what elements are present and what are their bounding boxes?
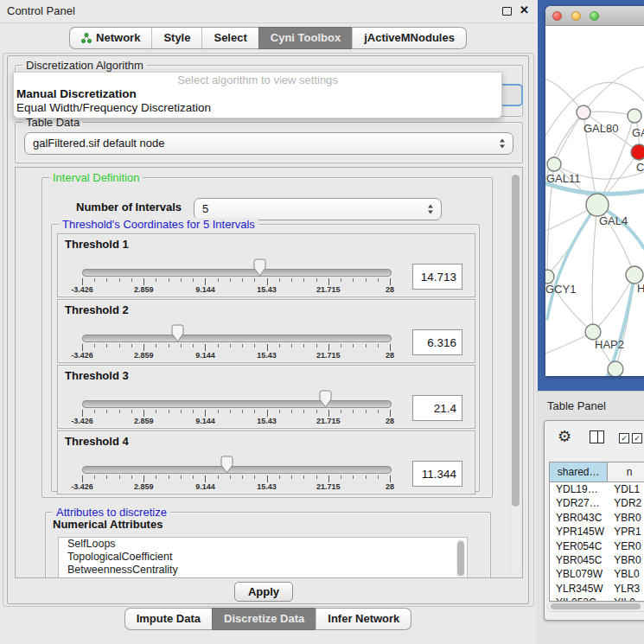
tick-mark — [341, 278, 341, 282]
tick-mark — [316, 344, 317, 348]
table-row[interactable]: YPR145WYPR1 — [550, 525, 644, 539]
tick-mark — [303, 344, 304, 348]
tick-mark — [242, 410, 243, 413]
settings-gear-icon[interactable]: ⚙ — [558, 427, 571, 446]
tick-mark — [119, 278, 120, 282]
network-node-GAL4[interactable] — [586, 194, 609, 216]
attribute-item-selfloops[interactable]: SelfLoops — [59, 538, 467, 551]
network-node-C[interactable] — [631, 144, 644, 160]
tick-mark — [131, 410, 132, 413]
tick-mark — [328, 344, 329, 351]
threshold-value-field[interactable]: 14.713 — [412, 264, 462, 290]
tick-mark — [242, 278, 243, 282]
threshold-box-1: Threshold 1-3.4262.8599.14415.4321.71528… — [57, 233, 475, 297]
zoom-traffic-light-icon[interactable] — [590, 11, 599, 21]
node-label: GAL4 — [599, 214, 628, 227]
tick-mark — [267, 278, 268, 285]
threshold-slider-track[interactable] — [82, 335, 392, 342]
tick-mark — [254, 410, 255, 413]
threshold-slider-track[interactable] — [82, 400, 392, 408]
bottom-tab-infer-network[interactable]: Infer Network — [316, 608, 411, 630]
tick-mark — [267, 344, 268, 351]
slider-thumb[interactable] — [318, 390, 333, 411]
tick-label: 21.715 — [309, 285, 348, 294]
threshold-slider-track[interactable] — [82, 466, 392, 474]
table-row[interactable]: YER054CYER0 — [550, 539, 644, 553]
tick-label: -3.426 — [63, 417, 101, 425]
table-cell: YPR1 — [608, 525, 644, 539]
slider-thumb[interactable] — [252, 258, 267, 279]
tick-mark — [291, 344, 292, 348]
network-node-partial[interactable] — [608, 361, 623, 376]
numerical-attributes-list[interactable]: SelfLoopsTopologicalCoefficientBetweenne… — [58, 537, 468, 578]
tick-label: 2.859 — [124, 351, 163, 360]
minimize-traffic-light-icon[interactable] — [571, 11, 581, 21]
column-header-1[interactable]: shared… — [550, 462, 608, 481]
algorithm-option-equal-width-frequency-discretization[interactable]: Equal Width/Frequency Discretization — [14, 101, 501, 115]
tick-mark — [366, 344, 367, 348]
table-hscrollbar-thumb[interactable] — [551, 603, 641, 609]
tick-mark — [106, 410, 107, 413]
close-traffic-light-icon[interactable] — [552, 11, 562, 21]
network-node-H[interactable] — [626, 266, 643, 284]
tick-mark — [316, 410, 317, 413]
bottom-tab-discretize-data[interactable]: Discretize Data — [212, 608, 316, 630]
network-edge — [554, 112, 583, 164]
slider-thumb[interactable] — [220, 456, 234, 476]
select-all-checkbox-icon[interactable]: ✓ — [619, 433, 629, 443]
attributes-list-scrollbar[interactable] — [456, 539, 465, 578]
network-node-GAL11[interactable] — [547, 157, 561, 171]
node-attribute-table[interactable]: shared…nYDL19…YDL1YDR27…YDR2YBR043CYBR0Y… — [549, 462, 644, 602]
tab-style[interactable]: Style — [151, 27, 201, 49]
select-none-checkbox-icon[interactable]: ✓ — [632, 433, 642, 443]
tab-jactivemnodules[interactable]: jActiveMNodules — [352, 27, 467, 49]
threshold-value-field[interactable]: 11.344 — [412, 461, 462, 487]
table-row[interactable]: YBR045CYBR0 — [550, 553, 644, 567]
tick-mark — [218, 475, 219, 479]
split-columns-icon[interactable] — [590, 430, 604, 443]
column-header-2[interactable]: n — [608, 462, 644, 481]
settings-scrollbar-thumb[interactable] — [512, 175, 520, 507]
numerical-attributes-label: Numerical Attributes — [53, 518, 163, 531]
node-label: GA — [632, 126, 644, 139]
algorithm-option-manual-discretization[interactable]: Manual Discretization — [14, 87, 501, 101]
table-row[interactable]: YDL19…YDL1 — [550, 482, 644, 496]
tab-label: Impute Data — [137, 609, 201, 629]
tab-network[interactable]: Network — [69, 27, 151, 49]
network-node-GAL80[interactable] — [577, 105, 590, 119]
threshold-slider-track[interactable] — [82, 269, 392, 277]
threshold-value-field[interactable]: 21.4 — [412, 395, 462, 421]
attribute-item-betweennesscentrality[interactable]: BetweennessCentrality — [59, 564, 467, 577]
network-node-GCY1[interactable] — [545, 270, 554, 284]
slider-thumb[interactable] — [170, 324, 185, 345]
algorithm-options-list: Manual DiscretizationEqual Width/Frequen… — [14, 87, 501, 115]
table-horizontal-scrollbar[interactable] — [547, 602, 644, 612]
settings-vertical-scrollbar[interactable] — [510, 169, 520, 574]
network-canvas[interactable]: GAL80GACGAL11GAL4GCY1HHAP2 — [545, 25, 644, 376]
algorithm-placeholder-option[interactable]: Select algorithm to view settings — [14, 73, 501, 87]
bottom-tab-impute-data[interactable]: Impute Data — [124, 608, 212, 630]
close-icon[interactable]: ✕ — [520, 3, 529, 16]
table-row[interactable]: YLR345WYLR3 — [550, 582, 644, 596]
attribute-item-topologicalcoefficient[interactable]: TopologicalCoefficient — [59, 551, 467, 564]
table-row[interactable]: YBR043CYBR0 — [550, 511, 644, 525]
apply-button[interactable]: Apply — [234, 582, 293, 602]
table-row[interactable]: YBL079WYBL0 — [550, 567, 644, 581]
table-row[interactable]: YIL052CYIL0 — [550, 596, 644, 602]
table-row[interactable]: YDR27…YDR2 — [550, 496, 644, 510]
float-window-icon[interactable] — [502, 7, 512, 16]
table-panel-title: Table Panel — [547, 399, 606, 412]
table-cell: YIL0 — [608, 596, 644, 602]
tick-mark — [390, 278, 391, 285]
network-node-GA[interactable] — [628, 109, 641, 123]
tick-mark — [353, 344, 354, 348]
table-data-combobox[interactable]: galFiltered.sif default node — [24, 132, 513, 155]
network-edge — [592, 205, 597, 332]
threshold-box-4: Threshold 4-3.4262.8599.14415.4321.71528… — [57, 430, 475, 494]
threshold-value-field[interactable]: 6.316 — [412, 329, 462, 355]
tick-mark — [82, 344, 83, 351]
attributes-scrollbar-thumb[interactable] — [457, 541, 464, 576]
tab-select[interactable]: Select — [201, 27, 258, 49]
tab-cyni-toolbox[interactable]: Cyni Toolbox — [258, 27, 352, 49]
network-view-window[interactable]: GAL80GACGAL11GAL4GCY1HHAP2 — [545, 6, 644, 376]
